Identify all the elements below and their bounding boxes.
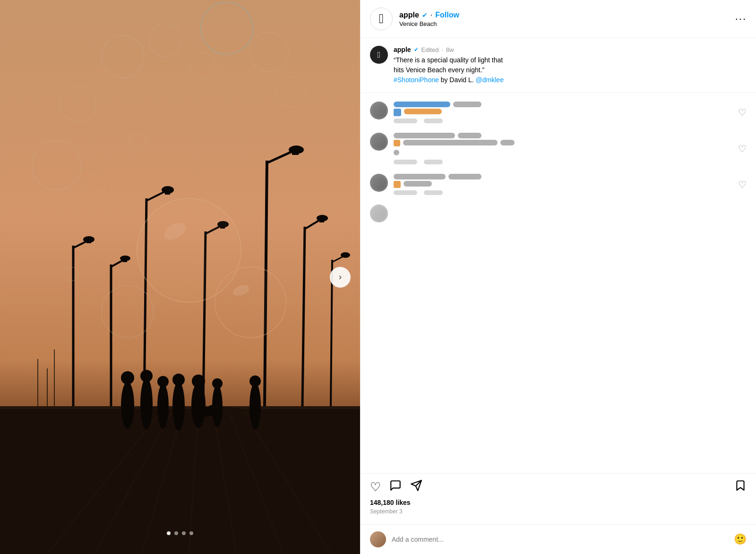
svg-line-10 <box>24 406 165 425</box>
svg-point-36 <box>317 215 328 222</box>
svg-point-52 <box>275 77 306 107</box>
comment-username-blurred-2 <box>394 133 455 138</box>
comment-body-2 <box>394 133 732 164</box>
caption-username[interactable]: apple <box>394 46 411 53</box>
svg-point-24 <box>162 186 174 194</box>
comment-emoji-blurred-2 <box>394 140 400 146</box>
comment-text-blurred-2a <box>458 133 481 138</box>
svg-point-45 <box>216 268 285 337</box>
comment-avatar-1[interactable] <box>370 102 388 119</box>
action-bar: ♡ 148,180 likes September 3 <box>361 473 756 524</box>
comment-username-blurred-1 <box>394 102 450 107</box>
svg-line-8 <box>227 406 284 554</box>
svg-point-73 <box>249 383 261 430</box>
caption-mention[interactable]: @dmklee <box>476 76 504 84</box>
comment-avatar-3[interactable] <box>370 174 388 192</box>
post-detail-panel:  apple ✔ · Follow Venice Beach ···  ap… <box>360 0 756 554</box>
next-image-button[interactable]: › <box>330 267 351 288</box>
comment-item: ♡ <box>361 97 756 128</box>
svg-line-39 <box>332 256 344 262</box>
svg-line-34 <box>302 227 305 406</box>
svg-rect-21 <box>123 260 127 262</box>
comment-like-button-2[interactable]: ♡ <box>738 143 747 154</box>
svg-point-59 <box>201 2 253 54</box>
svg-point-53 <box>60 86 96 122</box>
svg-point-43 <box>161 220 189 244</box>
svg-point-20 <box>120 256 130 261</box>
comment-reply-indicator-2 <box>394 150 399 155</box>
caption-hashtag[interactable]: #ShotoniPhone <box>394 76 439 84</box>
svg-point-54 <box>32 141 81 190</box>
carousel-dots <box>167 531 193 535</box>
svg-rect-2 <box>0 406 360 409</box>
like-button[interactable]: ♡ <box>370 480 381 494</box>
svg-point-62 <box>121 371 134 384</box>
svg-rect-25 <box>165 192 170 195</box>
dot-4[interactable] <box>189 531 193 535</box>
svg-point-71 <box>212 385 223 427</box>
post-image-panel: › <box>0 0 360 554</box>
more-options-button[interactable]: ··· <box>735 13 747 25</box>
svg-point-72 <box>212 378 223 389</box>
svg-line-26 <box>203 231 206 406</box>
svg-line-22 <box>144 198 146 406</box>
comment-avatar-2[interactable] <box>370 133 388 151</box>
caption-avatar[interactable]:  <box>370 46 388 64</box>
svg-rect-37 <box>319 220 324 222</box>
caption-time: 8w <box>446 46 454 53</box>
comment-button[interactable] <box>389 479 402 495</box>
header-info: apple ✔ · Follow Venice Beach <box>399 11 730 27</box>
svg-line-23 <box>146 191 165 201</box>
verified-badge-icon: ✔ <box>422 11 428 19</box>
comment-text-blurred-1a <box>453 102 481 107</box>
emoji-picker-button[interactable]: 🙂 <box>734 533 747 545</box>
svg-point-69 <box>191 383 206 428</box>
svg-point-67 <box>172 382 185 431</box>
svg-point-51 <box>249 32 289 72</box>
svg-point-42 <box>138 199 240 301</box>
svg-line-7 <box>213 406 236 554</box>
comment-input[interactable] <box>392 536 728 543</box>
comment-text-blurred-3a <box>448 174 481 179</box>
svg-line-19 <box>111 260 124 267</box>
svg-line-31 <box>267 151 293 163</box>
svg-rect-29 <box>220 226 225 229</box>
svg-line-11 <box>0 411 165 444</box>
svg-point-46 <box>232 283 251 298</box>
svg-point-68 <box>172 374 185 386</box>
follow-button[interactable]: Follow <box>435 11 459 19</box>
comments-section: ♡ <box>361 93 756 473</box>
svg-point-40 <box>341 252 350 258</box>
comment-reply-blurred-3 <box>424 190 443 195</box>
comment-avatar-partial[interactable] <box>370 205 388 222</box>
dot-1[interactable] <box>167 531 171 535</box>
svg-point-55 <box>84 174 105 195</box>
svg-point-41 <box>137 198 241 302</box>
apple-logo-icon:  <box>379 11 384 26</box>
comment-body-1 <box>394 102 732 123</box>
bookmark-button[interactable] <box>734 479 747 495</box>
dot-3[interactable] <box>182 531 186 535</box>
comment-text-blurred-3b <box>404 181 432 187</box>
post-location[interactable]: Venice Beach <box>399 20 730 27</box>
svg-line-30 <box>265 161 267 406</box>
comment-like-button-1[interactable]: ♡ <box>738 107 747 118</box>
dot-2[interactable] <box>174 531 178 535</box>
share-button[interactable] <box>410 479 422 495</box>
comment-like-button-3[interactable]: ♡ <box>738 179 747 190</box>
svg-point-70 <box>192 375 205 388</box>
likes-count[interactable]: 148,180 likes <box>370 499 747 506</box>
svg-point-58 <box>64 267 78 281</box>
svg-line-12 <box>213 406 360 425</box>
caption-verified-icon: ✔ <box>414 46 419 53</box>
comment-emoji-blurred-1 <box>394 109 401 116</box>
comment-reply-blurred-1 <box>424 119 443 123</box>
svg-point-57 <box>102 286 154 338</box>
svg-rect-0 <box>0 0 360 554</box>
svg-line-13 <box>213 411 360 444</box>
caption-text: “There is a special quality of light tha… <box>394 55 747 85</box>
svg-line-3 <box>47 406 165 554</box>
profile-username[interactable]: apple <box>399 11 419 19</box>
profile-avatar[interactable]:  <box>370 8 393 30</box>
svg-point-44 <box>215 267 286 338</box>
